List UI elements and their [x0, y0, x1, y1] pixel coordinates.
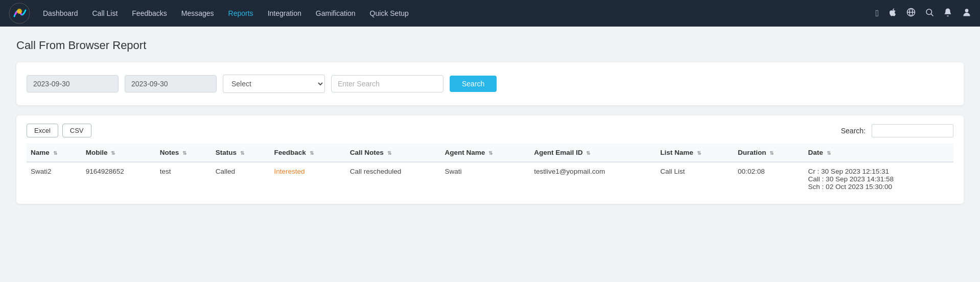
- navbar: Dashboard Call List Feedbacks Messages R…: [0, 0, 980, 27]
- nav-gamification[interactable]: Gamification: [310, 6, 362, 20]
- sort-agentemail-icon: ⇅: [586, 150, 590, 156]
- col-status[interactable]: Status ⇅: [212, 144, 270, 162]
- col-listname[interactable]: List Name ⇅: [656, 144, 734, 162]
- nav-messages[interactable]: Messages: [175, 6, 220, 20]
- cell-name: Swati2: [27, 162, 82, 196]
- svg-point-7: [965, 9, 969, 12]
- sort-listname-icon: ⇅: [697, 150, 701, 156]
- nav-dashboard[interactable]: Dashboard: [37, 6, 84, 20]
- cell-agentemail: testlive1@yopmail.com: [530, 162, 656, 196]
- excel-button[interactable]: Excel: [27, 124, 58, 137]
- sort-duration-icon: ⇅: [769, 150, 774, 156]
- android-icon[interactable]: : [875, 8, 879, 19]
- cell-mobile: 9164928652: [82, 162, 156, 196]
- app-logo: [8, 2, 31, 25]
- cell-date: Cr : 30 Sep 2023 12:15:31 Call : 30 Sep …: [804, 162, 953, 196]
- sort-callnotes-icon: ⇅: [387, 150, 391, 156]
- page-title: Call From Browser Report: [16, 39, 964, 52]
- col-agentname[interactable]: Agent Name ⇅: [441, 144, 530, 162]
- svg-line-6: [931, 14, 933, 16]
- data-table: Name ⇅ Mobile ⇅ Notes ⇅ Status ⇅: [27, 144, 953, 196]
- search-button[interactable]: Search: [450, 76, 497, 92]
- search-input[interactable]: [331, 75, 444, 92]
- col-name[interactable]: Name ⇅: [27, 144, 82, 162]
- table-search-label: Search:: [841, 127, 866, 135]
- col-mobile[interactable]: Mobile ⇅: [82, 144, 156, 162]
- col-callnotes[interactable]: Call Notes ⇅: [346, 144, 441, 162]
- cell-listname: Call List: [656, 162, 734, 196]
- globe-icon[interactable]: [906, 8, 916, 19]
- sort-notes-icon: ⇅: [182, 150, 186, 156]
- col-notes[interactable]: Notes ⇅: [156, 144, 212, 162]
- col-feedback[interactable]: Feedback ⇅: [270, 144, 345, 162]
- col-date[interactable]: Date ⇅: [804, 144, 953, 162]
- status-select[interactable]: Select: [223, 75, 325, 93]
- table-card: Excel CSV Search: Name ⇅ Mobile ⇅: [16, 115, 964, 204]
- sort-date-icon: ⇅: [827, 150, 831, 156]
- sort-name-icon: ⇅: [53, 150, 57, 156]
- cell-duration: 00:02:08: [734, 162, 804, 196]
- cell-feedback: Interested: [270, 162, 345, 196]
- csv-button[interactable]: CSV: [62, 124, 91, 137]
- cell-notes: test: [156, 162, 212, 196]
- filter-card: Select Search: [16, 62, 964, 105]
- nav-feedbacks[interactable]: Feedbacks: [126, 6, 173, 20]
- bell-icon[interactable]: [943, 8, 952, 19]
- svg-point-1: [17, 9, 22, 14]
- table-row: Swati2 9164928652 test Called Interested…: [27, 162, 953, 196]
- sort-feedback-icon: ⇅: [310, 150, 314, 156]
- table-toolbar: Excel CSV Search:: [27, 124, 953, 137]
- svg-point-5: [926, 9, 932, 15]
- search-icon[interactable]: [925, 8, 934, 19]
- sort-status-icon: ⇅: [240, 150, 244, 156]
- navbar-icon-group: : [875, 7, 972, 20]
- col-duration[interactable]: Duration ⇅: [734, 144, 804, 162]
- col-agentemail[interactable]: Agent Email ID ⇅: [530, 144, 656, 162]
- nav-reports[interactable]: Reports: [222, 6, 260, 20]
- nav-calllist[interactable]: Call List: [86, 6, 124, 20]
- nav-integration[interactable]: Integration: [262, 6, 308, 20]
- table-search-input[interactable]: [872, 124, 953, 137]
- cell-callnotes: Call rescheduled: [346, 162, 441, 196]
- cell-status: Called: [212, 162, 270, 196]
- date-to-input[interactable]: [125, 75, 217, 92]
- sort-mobile-icon: ⇅: [111, 150, 115, 156]
- table-header-row: Name ⇅ Mobile ⇅ Notes ⇅ Status ⇅: [27, 144, 953, 162]
- cell-agentname: Swati: [441, 162, 530, 196]
- apple-icon[interactable]: [888, 8, 897, 19]
- nav-quicksetup[interactable]: Quick Setup: [364, 6, 415, 20]
- date-from-input[interactable]: [27, 75, 119, 92]
- page-content: Call From Browser Report Select Search E…: [0, 27, 980, 216]
- user-icon[interactable]: [962, 7, 972, 20]
- sort-agentname-icon: ⇅: [488, 150, 493, 156]
